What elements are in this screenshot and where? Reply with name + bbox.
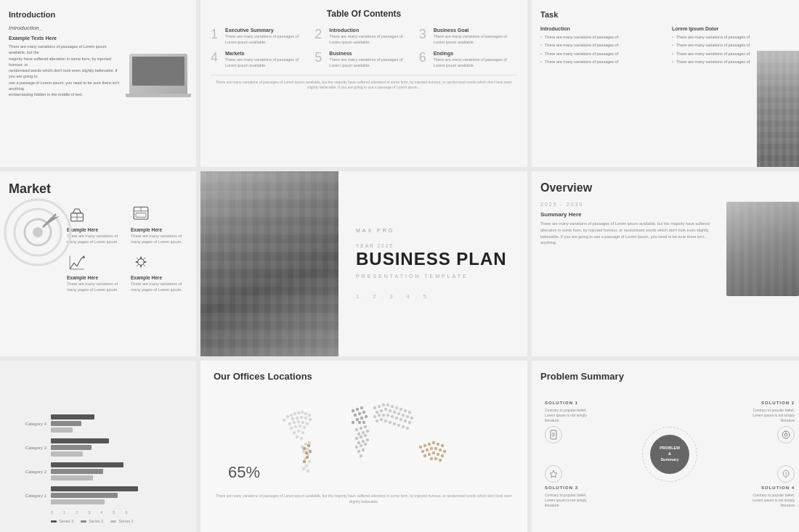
svg-point-47 (306, 448, 309, 451)
svg-point-145 (303, 460, 306, 463)
bar-cat3-series1 (51, 451, 83, 457)
svg-point-64 (352, 421, 354, 424)
svg-point-96 (384, 408, 387, 411)
svg-point-89 (391, 405, 394, 408)
svg-point-35 (290, 427, 293, 430)
slide-toc: Table Of Contents 1 Executive Summary Th… (200, 0, 527, 167)
svg-point-79 (355, 446, 358, 449)
svg-point-19 (290, 414, 293, 417)
svg-point-70 (357, 433, 360, 435)
svg-point-138 (434, 457, 437, 460)
intro-body: There are many variations of passages of… (9, 44, 123, 97)
settings-icon (131, 252, 151, 272)
bar-cat2-series3 (51, 462, 123, 467)
problem-diagram: SOLUTION 1 Contrary to popular belief,Lo… (540, 389, 799, 520)
chart-row-cat2: Category 2 (9, 462, 187, 480)
svg-point-60 (362, 411, 365, 414)
toc-item-6: 6 Endings There are many variations of p… (419, 51, 517, 68)
solution-4-icon (777, 465, 795, 483)
svg-point-55 (352, 409, 354, 412)
toc-bottom-text: There are many variations of passages of… (211, 80, 517, 91)
toc-grid: 1 Executive Summary There are many varia… (211, 28, 517, 69)
world-map-svg (240, 380, 487, 496)
svg-point-51 (308, 460, 311, 463)
bar-cat4-series2 (51, 421, 81, 426)
svg-point-78 (366, 438, 369, 441)
bar-cat4-series3 (51, 414, 94, 420)
svg-point-123 (432, 441, 435, 444)
overview-summary-label: Summary Here (540, 211, 719, 218)
chart-legend: Series 3 Series 2 Series 1 (9, 519, 187, 523)
hero-subtitle: PRESENTATION TEMPLATE (356, 274, 510, 279)
svg-point-24 (308, 414, 311, 417)
solution-1-desc: Contrary to popular belief,Lorem ipsum i… (545, 408, 636, 423)
svg-point-92 (404, 409, 407, 412)
svg-point-127 (426, 449, 429, 451)
slide-market: Market Example Here (0, 171, 196, 356)
svg-point-128 (430, 447, 433, 450)
slide-hero: MAX PRO YEAR 2025 BUSINESS PLAN PRESENTA… (200, 171, 527, 356)
svg-point-27 (300, 416, 303, 419)
toc-item-1: 1 Executive Summary There are many varia… (211, 28, 309, 45)
slide-introduction: Introduction Introduction_ Example Texts… (0, 0, 196, 167)
svg-point-61 (356, 418, 359, 421)
intro-title: Introduction (9, 10, 187, 19)
market-title: Market (9, 181, 187, 197)
svg-point-28 (304, 417, 307, 420)
svg-point-36 (294, 425, 297, 428)
svg-point-106 (386, 414, 389, 417)
svg-point-136 (441, 454, 444, 457)
svg-point-137 (430, 457, 433, 460)
svg-point-31 (293, 421, 296, 424)
svg-point-90 (395, 406, 398, 409)
svg-point-115 (389, 421, 392, 424)
solution-1-icon (545, 426, 562, 443)
svg-point-3 (33, 227, 43, 237)
bar-cat1-series3 (51, 486, 138, 491)
svg-point-21 (297, 412, 300, 414)
legend-dot-2 (81, 520, 86, 523)
hero-main-title: BUSINESS PLAN (356, 250, 510, 269)
slide-problem: Problem Summary SOLUTION 1 Contrary to p… (532, 361, 799, 532)
svg-point-69 (364, 425, 367, 428)
legend-dot-1 (110, 520, 116, 523)
svg-point-66 (362, 421, 365, 424)
svg-point-43 (300, 437, 303, 440)
svg-point-73 (355, 437, 358, 440)
svg-point-116 (393, 422, 396, 425)
svg-point-16 (138, 259, 144, 265)
chart-bars: Category 4 Category 3 Category 2 (9, 414, 187, 504)
slide-overview: Overview 2025 - 2030 Summary Here There … (532, 171, 799, 356)
overview-content: 2025 - 2030 Summary Here There are many … (540, 202, 799, 296)
svg-point-71 (362, 431, 365, 434)
svg-point-144 (306, 456, 309, 459)
svg-point-93 (408, 411, 411, 414)
slide-task: Task Introduction There are many variati… (532, 0, 799, 167)
svg-point-122 (428, 443, 431, 446)
svg-point-129 (434, 447, 437, 450)
svg-point-74 (360, 435, 362, 438)
solution-4: SOLUTION 4 Contrary to popular belief,Lo… (703, 465, 799, 508)
task-col1: Introduction There are many variations o… (540, 26, 668, 67)
chart-row-cat4: Category 4 (9, 414, 187, 433)
svg-point-101 (406, 415, 409, 418)
svg-point-80 (360, 444, 362, 447)
solution-3-icon (545, 465, 562, 483)
svg-point-59 (358, 412, 361, 415)
svg-point-112 (376, 420, 378, 422)
svg-point-56 (356, 408, 359, 411)
svg-point-111 (408, 421, 411, 424)
bar-cat4-series1 (51, 427, 73, 433)
svg-point-121 (423, 444, 426, 447)
svg-point-132 (423, 454, 426, 457)
bar-cat1-series1 (51, 499, 105, 504)
solution-2-icon (777, 426, 795, 443)
bar-cat1-series2 (51, 493, 118, 498)
svg-marker-153 (550, 470, 557, 478)
slide-offices: Our Offices Locations (200, 361, 527, 532)
svg-point-135 (437, 453, 439, 456)
intro-example-label: Example Texts Here (9, 36, 123, 41)
svg-point-103 (373, 415, 376, 418)
chart-x-axis: 0 1 2 3 4 5 6 (9, 510, 187, 515)
chart-area: Category 4 Category 3 Category 2 (9, 371, 187, 523)
